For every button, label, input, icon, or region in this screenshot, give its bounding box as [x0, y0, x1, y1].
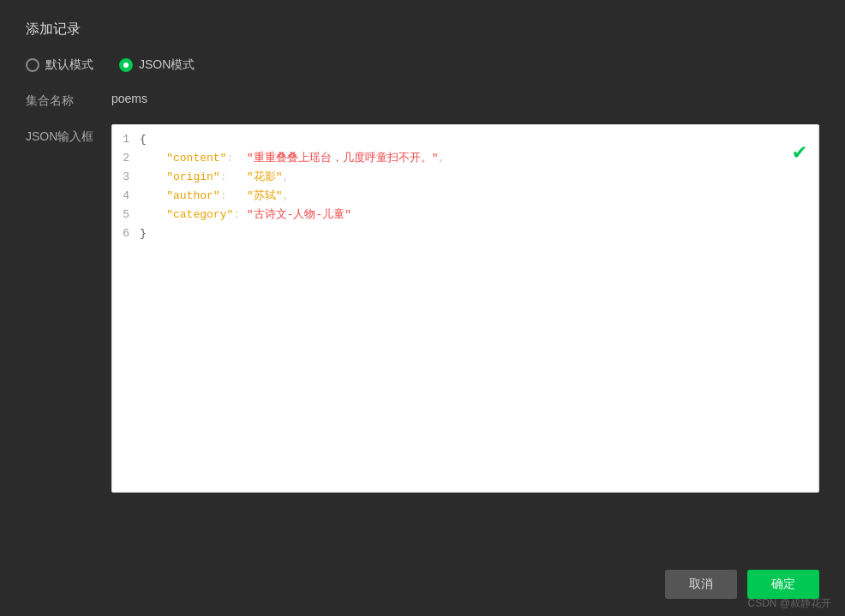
- confirm-button[interactable]: 确定: [747, 570, 819, 599]
- json-mode-radio[interactable]: [119, 58, 133, 72]
- code-line-5: "category": "古诗文-人物-儿童": [140, 206, 812, 224]
- json-editor-row: JSON输入框 1 2 3 4 5 6 { "content": "重重叠叠上瑶…: [26, 124, 819, 563]
- cancel-button[interactable]: 取消: [665, 570, 737, 599]
- code-line-4: "author": "苏轼",: [140, 187, 812, 206]
- code-line-1: {: [140, 130, 812, 149]
- json-mode-label: JSON模式: [139, 57, 195, 73]
- json-editor-label: JSON输入框: [26, 124, 111, 145]
- default-mode-radio[interactable]: [26, 58, 39, 72]
- json-mode-option[interactable]: JSON模式: [119, 57, 195, 73]
- collection-label: 集合名称: [26, 92, 111, 109]
- valid-checkmark: ✔: [793, 134, 806, 171]
- dialog-title: 添加记录: [26, 21, 819, 39]
- line-numbers: 1 2 3 4 5 6: [119, 130, 140, 487]
- collection-value: poems: [111, 92, 147, 105]
- code-content[interactable]: { "content": "重重叠叠上瑶台，几度呼童扫不开。", "origin…: [140, 130, 812, 487]
- add-record-dialog: 添加记录 默认模式 JSON模式 集合名称 poems JSON输入框 1 2 …: [0, 0, 845, 616]
- code-line-3: "origin": "花影",: [140, 168, 812, 187]
- dialog-footer: 取消 确定: [26, 563, 819, 599]
- json-editor[interactable]: 1 2 3 4 5 6 { "content": "重重叠叠上瑶台，几度呼童扫不…: [111, 124, 819, 493]
- mode-selector: 默认模式 JSON模式: [26, 57, 819, 73]
- default-mode-label: 默认模式: [45, 57, 93, 73]
- code-line-6: }: [140, 224, 812, 243]
- watermark: CSDN @叔静花开: [747, 596, 831, 611]
- default-mode-option[interactable]: 默认模式: [26, 57, 93, 73]
- code-line-2: "content": "重重叠叠上瑶台，几度呼童扫不开。",: [140, 149, 812, 168]
- collection-row: 集合名称 poems: [26, 92, 819, 109]
